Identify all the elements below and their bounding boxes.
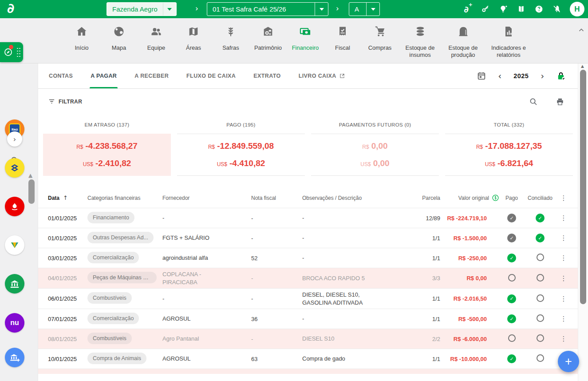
paid-checked-icon[interactable]: ✓ [507, 294, 516, 303]
category-chip[interactable]: Combustíveis [87, 292, 132, 304]
harvest-selector[interactable]: 01 Test Safra Café 25/26 [207, 2, 328, 16]
reconciled-unchecked-icon[interactable] [537, 274, 544, 282]
tab-fluxo-de-caixa[interactable]: FLUXO DE CAIXA [185, 64, 237, 88]
row-menu-icon[interactable]: ⋮ [556, 214, 572, 222]
dollar-circle-icon[interactable] [492, 194, 499, 202]
summary-card-em-atraso-137[interactable]: EM ATRASO (137) R$-4.238.568,27 US$-2.41… [43, 120, 171, 176]
sidebar-scrollbar-thumb[interactable] [28, 179, 35, 204]
notifications-off-icon[interactable] [552, 4, 561, 14]
category-chip[interactable]: Outras Despesas Ad... [87, 232, 154, 243]
table-row[interactable]: 01/01/2025 Outras Despesas Ad... FGTS + … [38, 228, 578, 248]
summary-card-total-332[interactable]: TOTAL (332) R$-17.088.127,35 US$-6.821,6… [445, 120, 573, 176]
nav-item-patrimonio[interactable]: Patrimônio [249, 18, 287, 59]
guide-book-icon[interactable] [517, 4, 526, 14]
nav-item-estoque-de-insumos[interactable]: Estoque de insumos [399, 18, 442, 59]
scroll-up-icon[interactable]: ▲ [581, 64, 584, 68]
reconciled-unchecked-icon[interactable] [537, 334, 544, 342]
key-icon[interactable] [481, 4, 490, 14]
col-pago[interactable]: Pago [499, 195, 524, 201]
col-nota-fiscal[interactable]: Nota fiscal [251, 195, 302, 201]
prev-year-button[interactable]: ‹ [498, 71, 502, 81]
paid-unchecked-icon[interactable] [508, 334, 516, 342]
tab-livro-caixa[interactable]: LIVRO CAIXA [298, 64, 346, 88]
calendar-icon[interactable] [477, 71, 486, 81]
lightbulb-plus-icon[interactable] [499, 4, 508, 14]
paid-checked-icon[interactable]: ✓ [507, 254, 516, 262]
scrollbar-thumb[interactable] [580, 70, 586, 304]
row-menu-icon[interactable]: ⋮ [556, 315, 572, 323]
bank-green-bank-icon[interactable] [5, 274, 24, 294]
col-conciliado[interactable]: Conciliado [524, 195, 556, 201]
next-year-button[interactable]: › [541, 71, 544, 81]
table-row[interactable]: 08/01/2025 Combustíveis Agro Pantanal - … [38, 329, 578, 349]
nav-item-fiscal[interactable]: Fiscal [324, 18, 361, 59]
nav-item-safras[interactable]: Safras [212, 18, 249, 59]
nav-item-mapa[interactable]: Mapa [100, 18, 138, 59]
reconciled-unchecked-icon[interactable] [537, 294, 544, 302]
row-menu-icon[interactable]: ⋮ [556, 234, 572, 242]
filter-button[interactable]: FILTRAR [48, 98, 82, 105]
unit-selector[interactable]: A [349, 2, 380, 16]
help-icon[interactable] [534, 4, 544, 14]
table-row[interactable]: 01/01/2025 Financiamento - - - 12/89 R$ … [38, 208, 578, 228]
print-icon[interactable] [556, 97, 564, 106]
paid-checked-icon[interactable]: ✓ [507, 214, 516, 222]
reconciled-checked-icon[interactable]: ✓ [536, 214, 545, 222]
table-row[interactable]: 06/01/2025 Combustíveis - - DIESEL, DIES… [38, 288, 578, 309]
page-scrollbar[interactable]: ▲ [578, 64, 588, 381]
reconciled-unchecked-icon[interactable] [537, 314, 544, 322]
paid-checked-icon[interactable]: ✓ [507, 354, 516, 363]
paid-unchecked-icon[interactable] [508, 274, 516, 282]
nubank-bank-icon[interactable]: nu [5, 313, 24, 333]
row-menu-icon[interactable]: ⋮ [556, 295, 572, 303]
banco-do-brasil-bank-icon[interactable] [5, 158, 24, 178]
col-observacoes[interactable]: Observações / Descrição [302, 195, 408, 201]
chevron-down-icon[interactable] [315, 3, 328, 16]
category-chip[interactable]: Comercialização [87, 313, 139, 324]
table-row[interactable]: 04/01/2025 Peças de Máquinas e ... COPLA… [38, 268, 578, 288]
table-row[interactable]: 10/01/2025 Compra de Animais AGROSUL 63 … [38, 349, 578, 369]
farm-selector[interactable]: Fazenda Aegro [107, 2, 177, 16]
tab-extrato[interactable]: EXTRATO [253, 64, 281, 88]
chevron-down-icon[interactable] [366, 3, 379, 16]
search-icon[interactable] [529, 97, 538, 106]
paid-checked-icon[interactable]: ✓ [507, 234, 516, 242]
lock-check-icon[interactable] [556, 71, 566, 81]
nav-item-equipe[interactable]: Equipe [138, 18, 175, 59]
scroll-up-icon[interactable]: ▲ [28, 172, 32, 179]
nav-item-areas[interactable]: Áreas [175, 18, 212, 59]
col-categorias[interactable]: Categorias financeiras [87, 195, 162, 201]
paid-checked-icon[interactable]: ✓ [507, 314, 516, 323]
sicredi-bank-icon[interactable] [5, 235, 24, 255]
tab-a-receber[interactable]: A RECEBER [134, 64, 170, 88]
row-menu-icon[interactable]: ⋮ [556, 254, 572, 262]
aegro-logo[interactable]: ∂ [7, 0, 14, 16]
collapse-nav-icon[interactable] [577, 26, 586, 35]
extension-tab[interactable] [0, 42, 23, 62]
col-valor-original[interactable]: Valor original [440, 194, 499, 202]
chevron-down-icon[interactable] [163, 3, 176, 16]
reconciled-checked-icon[interactable]: ✓ [536, 234, 545, 242]
col-fornecedor[interactable]: Fornecedor [162, 195, 251, 201]
col-parcela[interactable]: Parcela [408, 195, 440, 201]
drag-dots-icon[interactable] [16, 47, 20, 57]
nav-item-financeiro[interactable]: Financeiro [287, 18, 324, 59]
table-row[interactable]: 07/01/2025 Comercialização AGROSUL 36 - … [38, 309, 578, 329]
row-menu-icon[interactable]: ⋮ [556, 274, 572, 282]
category-chip[interactable]: Compra de Animais [87, 353, 146, 364]
reconciled-unchecked-icon[interactable] [537, 354, 544, 362]
summary-card-pago-195[interactable]: PAGO (195) R$-12.849.559,08 US$-4.410,82 [177, 120, 305, 176]
col-data[interactable]: Data ↑ [48, 194, 87, 201]
nav-item-indicadores-e-relatorios[interactable]: Indicadores e relatórios [485, 18, 533, 59]
table-row[interactable]: 03/01/2025 Comercialização agroindustria… [38, 248, 578, 268]
add-bank-bank-icon[interactable] [5, 348, 24, 367]
nav-item-inicio[interactable]: Início [63, 18, 100, 59]
row-menu-icon[interactable]: ⋮ [556, 335, 572, 343]
tab-contas[interactable]: CONTAS [48, 64, 74, 88]
santander-bank-icon[interactable] [5, 197, 24, 216]
col-menu[interactable]: ⋮ [556, 194, 572, 202]
nav-item-estoque-de-producao[interactable]: Estoque de produção [442, 18, 485, 59]
category-chip[interactable]: Comercialização [87, 252, 139, 263]
tab-a-pagar[interactable]: A PAGAR [90, 64, 118, 88]
category-chip[interactable]: Peças de Máquinas e ... [87, 272, 157, 283]
